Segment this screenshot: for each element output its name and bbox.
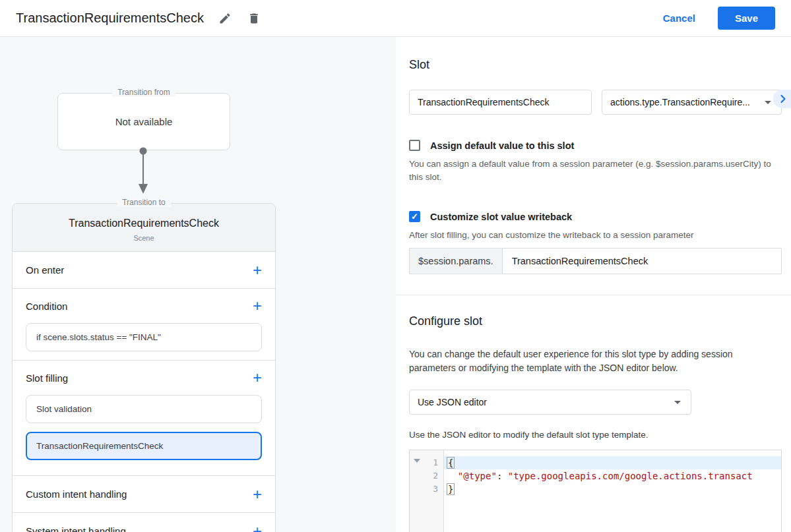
delete-button[interactable] <box>246 11 262 26</box>
slot-name-input[interactable] <box>409 90 592 115</box>
section-custom-intent[interactable]: Custom intent handling <box>13 476 275 512</box>
section-label: Custom intent handling <box>26 488 127 500</box>
assign-default-row: Assign default value to this slot <box>409 140 782 151</box>
chevron-right-icon <box>776 92 790 105</box>
writeback-param-input[interactable] <box>503 249 781 274</box>
scene-card-header[interactable]: TransactionRequirementsCheck Scene <box>13 204 275 252</box>
section-system-intent[interactable]: System intent handling <box>13 513 275 532</box>
condition-item[interactable]: if scene.slots.status == "FINAL" <box>26 323 262 351</box>
assign-default-checkbox[interactable] <box>409 140 420 151</box>
code-key: "@type" <box>458 471 497 481</box>
slot-name-type-row: actions.type.TransactionRequire... <box>409 90 782 115</box>
writeback-row: Customize slot value writeback <box>409 211 782 222</box>
json-code-editor[interactable]: 1 2 3 { "@type": "type.googleapis.com/go… <box>409 450 782 532</box>
line-number: 1 <box>433 458 438 467</box>
writeback-prefix: $session.params. <box>410 249 503 274</box>
slot-type-value: actions.type.TransactionRequire... <box>610 97 750 107</box>
add-icon[interactable] <box>253 299 262 312</box>
configure-slot-description: You can change the default user experien… <box>409 347 782 375</box>
main-content: Transition from Not available Transition… <box>0 37 791 532</box>
transition-from-box: Transition from Not available <box>57 93 230 150</box>
add-icon[interactable] <box>253 264 262 277</box>
transition-arrow-icon <box>135 147 151 197</box>
divider <box>396 295 791 295</box>
slot-editor-panel: Slot actions.type.TransactionRequire... … <box>396 37 791 532</box>
transition-to-card: Transition to TransactionRequirementsChe… <box>12 203 276 532</box>
code-line-3: } <box>444 483 781 496</box>
add-icon[interactable] <box>253 488 262 501</box>
assign-default-helper: You can assign a default value from a se… <box>409 158 782 183</box>
add-icon[interactable] <box>253 525 262 532</box>
line-number: 3 <box>433 484 438 494</box>
section-on-enter[interactable]: On enter <box>13 252 275 288</box>
slot-heading: Slot <box>409 37 782 72</box>
scene-title: TransactionRequirementsCheck <box>19 218 269 229</box>
section-condition[interactable]: Condition <box>13 289 275 323</box>
configure-slot-heading: Configure slot <box>409 314 782 328</box>
writeback-field-group: $session.params. <box>409 248 782 274</box>
open-brace: { <box>447 457 455 469</box>
section-label: Slot filling <box>26 372 68 384</box>
editor-caption: Use the JSON editor to modify the defaul… <box>409 430 782 440</box>
writeback-helper: After slot filling, you can customize th… <box>409 229 782 242</box>
scene-subtitle: Scene <box>19 234 269 242</box>
section-label: System intent handling <box>26 525 126 532</box>
spacer <box>13 469 275 475</box>
transition-from-value: Not available <box>58 94 230 150</box>
gutter-line-3: 3 <box>410 483 443 496</box>
edit-button[interactable] <box>217 11 233 26</box>
page-title: TransactionRequirementsCheck <box>16 11 204 26</box>
editor-code-area[interactable]: { "@type": "type.googleapis.com/google.a… <box>444 450 781 532</box>
gutter-line-2: 2 <box>410 469 443 483</box>
code-colon: : <box>497 471 508 481</box>
slot-validation-item[interactable]: Slot validation <box>26 395 262 423</box>
gutter-line-1: 1 <box>410 456 443 469</box>
line-number: 2 <box>433 471 438 481</box>
cancel-button[interactable]: Cancel <box>663 13 695 24</box>
transition-to-legend: Transition to <box>117 198 171 207</box>
editor-gutter: 1 2 3 <box>410 450 444 532</box>
editor-mode-value: Use JSON editor <box>418 397 487 407</box>
fold-arrow-icon[interactable] <box>414 459 420 463</box>
section-label: On enter <box>26 264 64 276</box>
save-button[interactable]: Save <box>718 7 775 30</box>
slot-type-select[interactable]: actions.type.TransactionRequire... <box>602 90 782 115</box>
collapse-panel-button[interactable] <box>773 90 791 108</box>
top-bar: TransactionRequirementsCheck Cancel Save <box>0 0 791 37</box>
dropdown-arrow-icon <box>670 394 685 410</box>
pencil-icon <box>218 12 232 25</box>
code-value: "type.googleapis.com/google.actions.tran… <box>508 471 753 481</box>
code-line-2: "@type": "type.googleapis.com/google.act… <box>444 469 781 483</box>
trash-icon <box>247 12 261 25</box>
add-icon[interactable] <box>253 371 262 384</box>
writeback-checkbox[interactable] <box>409 211 420 222</box>
editor-mode-select[interactable]: Use JSON editor <box>409 390 691 415</box>
close-brace: } <box>447 483 455 495</box>
section-slot-filling[interactable]: Slot filling <box>13 361 275 395</box>
transition-from-legend: Transition from <box>112 88 175 97</box>
flow-diagram-panel: Transition from Not available Transition… <box>0 37 396 532</box>
section-label: Condition <box>26 301 67 312</box>
assign-default-label: Assign default value to this slot <box>430 140 574 151</box>
slot-item-selected[interactable]: TransactionRequirementsCheck <box>26 432 262 460</box>
code-line-1: { <box>444 456 781 469</box>
writeback-label: Customize slot value writeback <box>430 212 572 222</box>
code-indent <box>447 471 458 481</box>
